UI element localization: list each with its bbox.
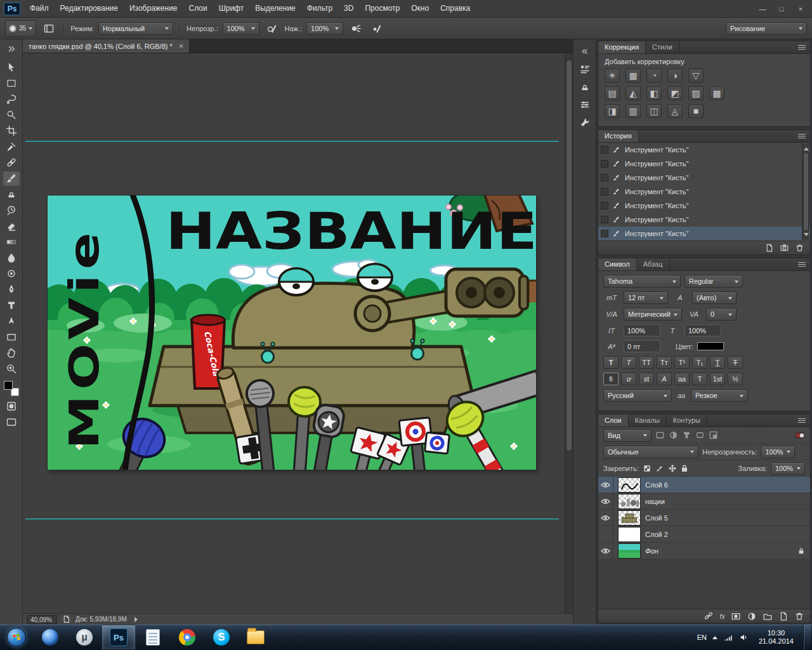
panel-menu-icon[interactable]	[798, 262, 806, 267]
filter-shape-layers-icon[interactable]	[695, 430, 705, 440]
tab-paths[interactable]: Контуры	[667, 415, 707, 427]
filter-pixel-layers-icon[interactable]	[655, 430, 665, 440]
taskbar-skype-button[interactable]: S	[204, 625, 239, 650]
taskbar-notepad-button[interactable]	[136, 625, 170, 650]
hidden-icons-button[interactable]	[712, 633, 717, 639]
adjustment-color-lookup-button[interactable]: ▩	[709, 86, 724, 100]
lasso-tool[interactable]	[3, 91, 20, 107]
minimize-button[interactable]: —	[754, 3, 771, 15]
type-tool[interactable]	[3, 297, 20, 313]
layer-visibility-toggle[interactable]	[598, 510, 613, 526]
close-button[interactable]: ×	[792, 3, 809, 15]
clone-stamp-tool[interactable]	[3, 186, 20, 202]
taskbar-chrome-button[interactable]	[170, 625, 204, 650]
new-snapshot-icon[interactable]	[780, 243, 789, 253]
faux-bold-button[interactable]: T	[603, 356, 619, 369]
faux-italic-button[interactable]: T	[621, 356, 636, 369]
blend-mode-dropdown[interactable]: Нормальный	[98, 22, 173, 35]
brush-tool[interactable]	[3, 170, 20, 186]
properties-panel-button[interactable]	[576, 96, 594, 113]
history-source-checkbox[interactable]	[601, 188, 608, 196]
toggle-brush-panel-button[interactable]	[41, 21, 57, 36]
titling-alternates-button[interactable]: T	[692, 373, 707, 385]
crop-tool[interactable]	[3, 123, 20, 138]
adjustment-invert-button[interactable]: ◨	[605, 104, 620, 118]
adjustment-channel-mixer-button[interactable]: ▨	[688, 86, 704, 100]
layer-row-selected[interactable]: Слой 6	[598, 477, 810, 493]
adjustment-vibrance-button[interactable]: ▽	[688, 69, 704, 83]
lock-all-icon[interactable]	[681, 464, 688, 473]
adjustment-posterize-button[interactable]: ▥	[625, 104, 641, 118]
adjustment-threshold-button[interactable]: ◫	[646, 104, 662, 118]
menu-file[interactable]: Файл	[24, 0, 55, 17]
tab-close-button[interactable]: ×	[179, 43, 184, 50]
ordinals-button[interactable]: 1st	[710, 373, 725, 385]
show-desktop-button[interactable]	[803, 625, 811, 650]
tab-channels[interactable]: Каналы	[629, 415, 667, 427]
history-source-checkbox[interactable]	[601, 174, 608, 182]
taskbar-utorrent-button[interactable]: µ	[67, 625, 102, 650]
flow-dropdown[interactable]: 100%	[306, 22, 343, 35]
superscript-button[interactable]: T¹	[674, 356, 690, 369]
new-layer-icon[interactable]	[778, 611, 789, 621]
menu-layers[interactable]: Слои	[183, 0, 213, 17]
layer-visibility-toggle[interactable]	[598, 526, 613, 542]
subscript-button[interactable]: T₁	[692, 356, 707, 369]
layer-row[interactable]: Слой 2	[598, 526, 810, 543]
layer-opacity-dropdown[interactable]: 100%	[761, 446, 795, 458]
text-color-swatch[interactable]	[697, 342, 724, 350]
swash-button[interactable]: A	[657, 373, 672, 385]
filter-adjustment-layers-icon[interactable]	[669, 430, 678, 440]
opacity-dropdown[interactable]: 100%	[223, 22, 259, 35]
adjustment-bw-button[interactable]: ◧	[646, 86, 662, 100]
panel-menu-icon[interactable]	[798, 134, 806, 139]
contextual-alternates-button[interactable]: ơ	[621, 373, 636, 385]
zoom-field[interactable]: 40,09%	[27, 615, 57, 624]
menu-select[interactable]: Выделение	[249, 0, 301, 17]
quick-selection-tool[interactable]	[3, 107, 20, 123]
delete-layer-icon[interactable]	[794, 611, 804, 621]
history-entry[interactable]: Инструмент "Кисть"	[598, 157, 810, 171]
tracking-dropdown[interactable]: 0	[706, 308, 737, 321]
vertical-scrollbar[interactable]	[565, 53, 573, 613]
layer-filter-dropdown[interactable]: Вид	[603, 429, 652, 442]
adjustment-levels-button[interactable]: ▦	[625, 69, 641, 83]
layer-fill-dropdown[interactable]: 100%	[771, 462, 805, 475]
brush-preset-picker[interactable]: 35	[5, 20, 36, 37]
scroll-up-arrow[interactable]	[804, 145, 809, 150]
history-source-checkbox[interactable]	[601, 160, 608, 168]
menu-3d[interactable]: 3D	[338, 0, 359, 17]
tab-adjustments[interactable]: Коррекция	[598, 41, 646, 53]
layer-style-fx-button[interactable]: fx	[719, 613, 725, 620]
font-style-dropdown[interactable]: Regular	[684, 275, 743, 288]
layer-visibility-toggle[interactable]	[598, 543, 613, 559]
history-entry-selected[interactable]: Инструмент "Кисть"	[598, 227, 810, 241]
history-entry[interactable]: Инструмент "Кисть"	[598, 199, 810, 213]
airbrush-button[interactable]	[348, 21, 364, 36]
document-tab[interactable]: танко глядки.psd @ 40,1% (Слой 6, RGB/8)…	[23, 39, 190, 53]
collapse-dock-button[interactable]	[576, 43, 594, 60]
scroll-down-arrow[interactable]	[804, 233, 809, 239]
volume-icon[interactable]	[739, 633, 749, 642]
panel-menu-icon[interactable]	[798, 45, 806, 50]
history-source-checkbox[interactable]	[601, 230, 608, 237]
status-menu-arrow[interactable]	[134, 617, 140, 622]
tab-layers[interactable]: Слои	[598, 415, 629, 427]
link-layers-icon[interactable]	[704, 611, 714, 621]
scrollbar-thumb[interactable]	[566, 60, 572, 451]
new-adjustment-layer-icon[interactable]	[747, 611, 757, 621]
history-source-checkbox[interactable]	[601, 202, 608, 209]
vertical-scale-field[interactable]: 100%	[624, 324, 660, 336]
horizontal-guide-bottom[interactable]	[25, 519, 559, 519]
spot-healing-tool[interactable]	[3, 154, 20, 170]
layer-blend-mode-dropdown[interactable]: Обычные	[603, 446, 698, 458]
tool-presets-panel-button[interactable]	[576, 114, 594, 131]
taskbar-explorer-button[interactable]	[239, 625, 273, 650]
adjustment-color-balance-button[interactable]: ◭	[625, 86, 641, 100]
quick-mask-button[interactable]	[3, 398, 20, 414]
leading-dropdown[interactable]: (Авто)	[692, 291, 737, 304]
canvas-pasteboard[interactable]: Coca-Cola	[23, 53, 573, 613]
filter-smart-objects-icon[interactable]	[709, 430, 718, 440]
lock-transparency-icon[interactable]	[643, 464, 652, 473]
history-source-checkbox[interactable]	[601, 216, 608, 223]
